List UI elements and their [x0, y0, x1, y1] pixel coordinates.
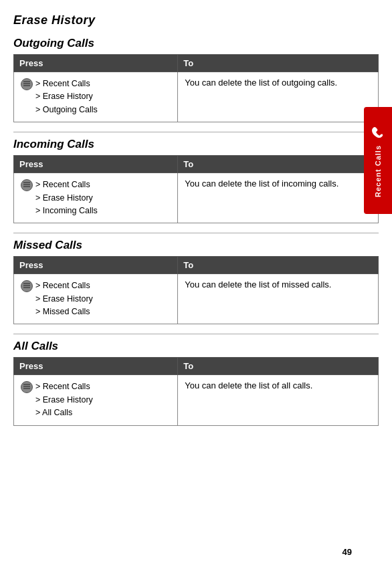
menu-icon: [21, 78, 33, 90]
press-cell-all: > Recent Calls > Erase History > All Cal…: [14, 375, 178, 425]
to-header-all: To: [178, 358, 379, 375]
to-header-outgoing: To: [178, 55, 379, 72]
table-missed: PressTo> Recent Calls > Erase History > …: [13, 256, 379, 324]
phone-icon: [369, 124, 387, 141]
press-text-outgoing: > Recent Calls > Erase History > Outgoin…: [35, 78, 98, 116]
press-text-all: > Recent Calls > Erase History > All Cal…: [35, 380, 93, 419]
sections-container: Outgoing CallsPressTo> Recent Calls > Er…: [13, 37, 379, 426]
to-header-incoming: To: [178, 156, 379, 173]
section-heading-missed: Missed Calls: [13, 239, 379, 252]
press-header-outgoing: Press: [14, 55, 178, 72]
page-title: Erase History: [13, 13, 379, 27]
press-header-missed: Press: [14, 257, 178, 274]
press-cell-incoming: > Recent Calls > Erase History > Incomin…: [14, 173, 178, 223]
press-cell-outgoing: > Recent Calls > Erase History > Outgoin…: [14, 72, 178, 122]
page-container: Erase History Outgoing CallsPressTo> Rec…: [0, 0, 392, 569]
table-incoming: PressTo> Recent Calls > Erase History > …: [13, 155, 379, 223]
to-cell-all: You can delete the list of all calls.: [178, 375, 379, 425]
press-text-missed: > Recent Calls > Erase History > Missed …: [35, 279, 93, 318]
menu-icon: [21, 280, 33, 292]
divider: [13, 233, 379, 233]
table-all: PressTo> Recent Calls > Erase History > …: [13, 357, 379, 425]
page-number: 49: [342, 547, 352, 557]
divider: [13, 132, 379, 132]
tab-content: Recent Calls: [369, 124, 387, 197]
press-header-all: Press: [14, 358, 178, 375]
section-heading-incoming: Incoming Calls: [13, 138, 379, 151]
menu-icon: [21, 381, 33, 393]
press-header-incoming: Press: [14, 156, 178, 173]
to-header-missed: To: [178, 257, 379, 274]
press-text-incoming: > Recent Calls > Erase History > Incomin…: [35, 179, 98, 217]
section-heading-all: All Calls: [13, 340, 379, 353]
press-cell-missed: > Recent Calls > Erase History > Missed …: [14, 274, 178, 324]
tab-label: Recent Calls: [374, 145, 382, 197]
recent-calls-tab: Recent Calls: [364, 107, 392, 214]
divider: [13, 334, 379, 334]
to-cell-incoming: You can delete the list of incoming call…: [178, 173, 379, 223]
to-cell-outgoing: You can delete the list of outgoing call…: [178, 72, 379, 122]
table-outgoing: PressTo> Recent Calls > Erase History > …: [13, 54, 379, 122]
to-cell-missed: You can delete the list of missed calls.: [178, 274, 379, 324]
section-heading-outgoing: Outgoing Calls: [13, 37, 379, 50]
menu-icon: [21, 179, 33, 191]
